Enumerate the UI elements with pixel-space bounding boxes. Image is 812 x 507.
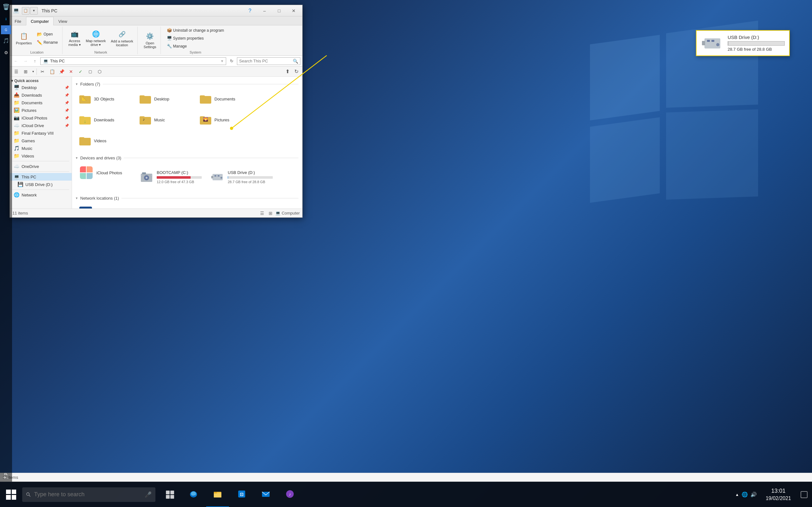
back-button[interactable]: ← bbox=[12, 57, 20, 65]
uninstall-button[interactable]: 📦 Uninstall or change a program bbox=[165, 26, 226, 34]
sidebar-item-this-pc[interactable]: 💻 This PC bbox=[10, 173, 72, 181]
map-network-icon: 🌐 bbox=[91, 30, 100, 38]
manage-button[interactable]: 🔧 Manage bbox=[165, 43, 226, 50]
search-input[interactable] bbox=[239, 59, 292, 63]
folder-item-downloads[interactable]: ↓ Downloads bbox=[76, 110, 135, 130]
sidebar-item-videos[interactable]: 📁 Videos bbox=[10, 152, 72, 160]
folder-item-videos[interactable]: Videos bbox=[76, 131, 135, 151]
qa-dropdown[interactable]: ▾ bbox=[30, 7, 38, 14]
open-button[interactable]: 📂 Open bbox=[35, 31, 60, 38]
rename-tool-button[interactable]: ✓ bbox=[76, 67, 85, 76]
open-settings-button[interactable]: ⚙️ OpenSettings bbox=[142, 30, 159, 50]
task-view-button[interactable] bbox=[159, 482, 181, 507]
sidebar-item-desktop[interactable]: 🖥️ Desktop 📌 bbox=[10, 83, 72, 91]
sidebar-item-downloads[interactable]: 📥 Downloads 📌 bbox=[10, 91, 72, 99]
address-path[interactable]: 💻 This PC ▾ bbox=[40, 57, 226, 65]
view-details-button[interactable]: ☰ bbox=[12, 67, 20, 76]
taskbar-file-explorer[interactable] bbox=[206, 482, 229, 507]
network-tray-icon: 🌐 bbox=[742, 492, 748, 498]
device-item-icloud-photos[interactable]: iCloud Photos bbox=[76, 163, 135, 182]
icloud-photos-nav-icon: 📷 bbox=[14, 115, 20, 121]
help-button[interactable]: ? bbox=[243, 5, 257, 16]
tab-view[interactable]: View bbox=[54, 17, 72, 25]
recycle-bin-app[interactable]: 🗑️ bbox=[0, 1, 12, 13]
taskbar-edge[interactable] bbox=[182, 482, 205, 507]
taskbar-unknown-app[interactable]: ♪ bbox=[278, 482, 301, 507]
taskbar-store[interactable]: ⊡ bbox=[230, 482, 253, 507]
system-props-button[interactable]: 🖥️ System properties bbox=[165, 35, 226, 42]
sidebar-item-icloud-photos[interactable]: 📷 iCloud Photos 📌 bbox=[10, 114, 72, 122]
paste-button[interactable]: 📌 bbox=[57, 67, 66, 76]
app3[interactable]: G bbox=[1, 25, 11, 34]
app6[interactable]: FLSt... bbox=[0, 470, 12, 482]
taskbar-mail[interactable] bbox=[254, 482, 277, 507]
app-icon: ♪ bbox=[285, 489, 295, 499]
view-large-btn[interactable]: ⊞ bbox=[267, 210, 274, 217]
nav-divider2 bbox=[12, 171, 69, 172]
access-media-icon: 📺 bbox=[70, 30, 79, 38]
map-network-button[interactable]: 🌐 Map networkdrive ▾ bbox=[84, 28, 108, 49]
device-item-bootcamp[interactable]: BOOTCAMP (C:) 12.0 GB free of 47.3 GB bbox=[136, 163, 206, 191]
nav-up-button[interactable]: ⬆ bbox=[283, 67, 292, 76]
tab-file[interactable]: File bbox=[10, 17, 26, 25]
folder-item-desktop[interactable]: Desktop bbox=[136, 89, 195, 109]
folder-item-3d-objects[interactable]: 📐 3D Objects bbox=[76, 89, 135, 109]
refresh-button[interactable]: ↻ bbox=[227, 57, 236, 65]
notification-button[interactable] bbox=[796, 482, 812, 507]
taskbar-sys-tray[interactable]: ▲ 🌐 🔊 bbox=[731, 482, 761, 507]
sidebar-item-icloud-drive[interactable]: ☁️ iCloud Drive 📌 bbox=[10, 122, 72, 129]
sidebar-item-pictures[interactable]: 🖼️ Pictures 📌 bbox=[10, 107, 72, 114]
tab-computer[interactable]: Computer bbox=[26, 17, 54, 25]
devices-section-header[interactable]: ▾ Devices and drives (3) bbox=[76, 153, 299, 162]
start-button[interactable] bbox=[0, 482, 22, 507]
sidebar-item-music[interactable]: 🎵 Music bbox=[10, 145, 72, 152]
delete-button[interactable]: ✕ bbox=[67, 67, 75, 76]
add-network-icon: 🔗 bbox=[118, 30, 126, 39]
share-button[interactable]: ⬡ bbox=[95, 67, 104, 76]
svg-line-23 bbox=[29, 495, 30, 496]
folder-item-pictures[interactable]: 🌄 Pictures bbox=[196, 110, 255, 130]
sidebar-item-usb-drive[interactable]: 💾 USB Drive (D:) bbox=[10, 181, 72, 188]
cut-button[interactable]: ✂ bbox=[38, 67, 47, 76]
manage-label: Manage bbox=[173, 44, 187, 49]
device-item-usb-drive[interactable]: USB Drive (D:) 28.7 GB free of 28.8 GB bbox=[207, 163, 277, 191]
properties-button[interactable]: 📋 Properties bbox=[14, 30, 34, 47]
rename2-button[interactable]: ▢ bbox=[86, 67, 95, 76]
sidebar-item-final-fantasy[interactable]: 📁 Final Fantasy VIII bbox=[10, 129, 72, 137]
rename-button[interactable]: ✏️ Rename bbox=[35, 39, 60, 46]
folders-section-header[interactable]: ▾ Folders (7) bbox=[76, 79, 299, 88]
copy-button[interactable]: 📋 bbox=[48, 67, 56, 76]
add-network-button[interactable]: 🔗 Add a networklocation bbox=[109, 28, 136, 49]
forward-button[interactable]: → bbox=[21, 57, 30, 65]
sidebar-item-games[interactable]: 📁 Games bbox=[10, 137, 72, 145]
qa-properties[interactable]: 📋 bbox=[22, 7, 30, 14]
view-grid-button[interactable]: ⊞ bbox=[21, 67, 30, 76]
sidebar-item-network[interactable]: 🌐 Network bbox=[10, 191, 72, 199]
taskbar-search[interactable]: 🎤 bbox=[22, 487, 155, 502]
network-item-wdmycloud[interactable]: WD WDMyCloud bbox=[76, 203, 135, 209]
quick-access-header[interactable]: ▾ Quick access bbox=[10, 77, 72, 83]
view-details-btn[interactable]: ☰ bbox=[259, 210, 266, 217]
toolbar-row: ☰ ⊞ ▾ ✂ 📋 📌 ✕ ✓ ▢ ⬡ ⬆ ↻ bbox=[10, 66, 302, 77]
app5[interactable]: ⚙ bbox=[0, 47, 12, 58]
folder-item-documents[interactable]: Documents bbox=[196, 89, 255, 109]
up-button[interactable]: ↑ bbox=[31, 57, 39, 65]
folder-item-music[interactable]: ♪ Music bbox=[136, 110, 195, 130]
nav-refresh-button[interactable]: ↻ bbox=[292, 67, 300, 76]
intel-app[interactable]: i bbox=[0, 13, 12, 25]
title-bar: 💻 📋 ▾ This PC ? – □ ✕ bbox=[10, 5, 302, 16]
sidebar-item-documents[interactable]: 📁 Documents 📌 bbox=[10, 99, 72, 107]
maximize-button[interactable]: □ bbox=[272, 5, 287, 16]
search-box[interactable]: 🔍 bbox=[237, 57, 300, 65]
close-button[interactable]: ✕ bbox=[287, 5, 301, 16]
minimize-button[interactable]: – bbox=[257, 5, 272, 16]
taskbar-clock[interactable]: 13:01 19/02/2021 bbox=[761, 482, 796, 507]
desktop-folder-label: Desktop bbox=[154, 97, 169, 101]
app4[interactable]: 🎵 bbox=[0, 35, 12, 46]
network-section-header[interactable]: ▾ Network locations (1) bbox=[76, 193, 299, 202]
view-dropdown-button[interactable]: ▾ bbox=[31, 67, 35, 76]
access-media-button[interactable]: 📺 Accessmedia ▾ bbox=[66, 28, 83, 49]
music-label: Music bbox=[21, 146, 32, 151]
sidebar-item-onedrive[interactable]: ☁️ OneDrive bbox=[10, 163, 72, 170]
taskbar-search-input[interactable] bbox=[34, 491, 142, 498]
